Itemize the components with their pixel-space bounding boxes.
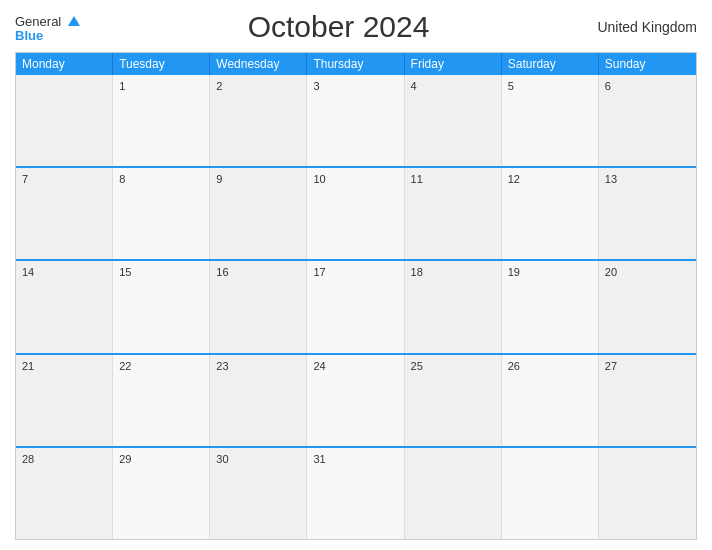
cell-w1-sat: 5 (502, 75, 599, 166)
cell-w3-sun: 20 (599, 261, 696, 352)
calendar-title: October 2024 (248, 10, 430, 44)
cell-w4-tue: 22 (113, 355, 210, 446)
logo-general: General (15, 13, 80, 29)
cell-w3-mon: 14 (16, 261, 113, 352)
week-5: 28 29 30 31 (16, 446, 696, 539)
cell-w5-tue: 29 (113, 448, 210, 539)
col-tuesday: Tuesday (113, 53, 210, 75)
cell-w2-sat: 12 (502, 168, 599, 259)
cell-w1-thu: 3 (307, 75, 404, 166)
cell-w4-thu: 24 (307, 355, 404, 446)
cell-w2-thu: 10 (307, 168, 404, 259)
cell-w5-wed: 30 (210, 448, 307, 539)
header: General Blue October 2024 United Kingdom (15, 10, 697, 44)
cell-w5-thu: 31 (307, 448, 404, 539)
logo-blue-text: Blue (15, 29, 80, 42)
page: General Blue October 2024 United Kingdom… (0, 0, 712, 550)
cell-w5-fri (405, 448, 502, 539)
cell-w3-wed: 16 (210, 261, 307, 352)
cell-w1-tue: 1 (113, 75, 210, 166)
week-4: 21 22 23 24 25 26 27 (16, 353, 696, 446)
cell-w4-wed: 23 (210, 355, 307, 446)
cell-w5-mon: 28 (16, 448, 113, 539)
cell-w1-sun: 6 (599, 75, 696, 166)
week-3: 14 15 16 17 18 19 20 (16, 259, 696, 352)
cell-w3-fri: 18 (405, 261, 502, 352)
cell-w1-fri: 4 (405, 75, 502, 166)
week-1: 1 2 3 4 5 6 (16, 75, 696, 166)
col-saturday: Saturday (502, 53, 599, 75)
cell-w4-sat: 26 (502, 355, 599, 446)
col-sunday: Sunday (599, 53, 696, 75)
logo-triangle-icon (68, 16, 80, 26)
cell-w5-sun (599, 448, 696, 539)
logo: General Blue (15, 13, 80, 42)
calendar: Monday Tuesday Wednesday Thursday Friday… (15, 52, 697, 540)
calendar-header: Monday Tuesday Wednesday Thursday Friday… (16, 53, 696, 75)
cell-w2-fri: 11 (405, 168, 502, 259)
col-wednesday: Wednesday (210, 53, 307, 75)
cell-w4-mon: 21 (16, 355, 113, 446)
cell-w2-wed: 9 (210, 168, 307, 259)
cell-w4-fri: 25 (405, 355, 502, 446)
logo-general-text: General (15, 14, 61, 29)
cell-w2-mon: 7 (16, 168, 113, 259)
col-thursday: Thursday (307, 53, 404, 75)
cell-w1-mon (16, 75, 113, 166)
cell-w3-sat: 19 (502, 261, 599, 352)
cell-w2-tue: 8 (113, 168, 210, 259)
region-label: United Kingdom (597, 19, 697, 35)
cell-w3-thu: 17 (307, 261, 404, 352)
cell-w4-sun: 27 (599, 355, 696, 446)
cell-w3-tue: 15 (113, 261, 210, 352)
cell-w2-sun: 13 (599, 168, 696, 259)
col-friday: Friday (405, 53, 502, 75)
week-2: 7 8 9 10 11 12 13 (16, 166, 696, 259)
col-monday: Monday (16, 53, 113, 75)
cell-w5-sat (502, 448, 599, 539)
calendar-body: 1 2 3 4 5 6 7 8 9 10 11 12 13 14 15 16 1… (16, 75, 696, 539)
cell-w1-wed: 2 (210, 75, 307, 166)
